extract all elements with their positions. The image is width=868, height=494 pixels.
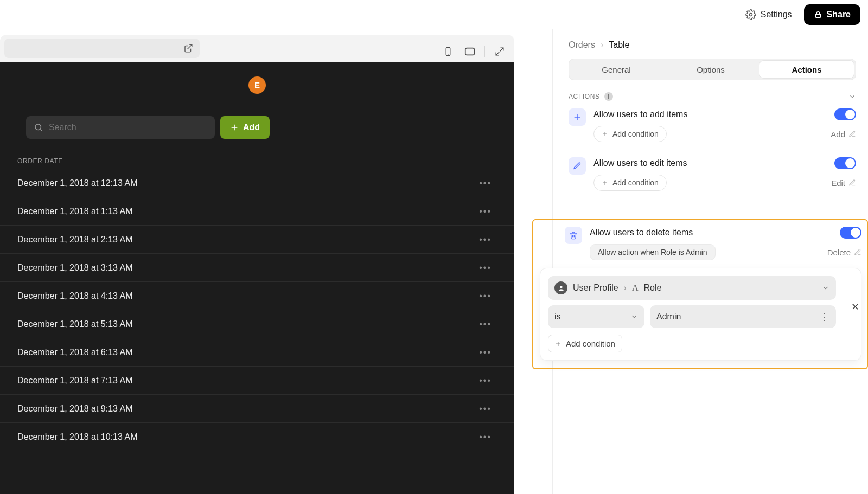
more-icon[interactable]: ••• xyxy=(474,178,497,188)
pencil-icon[interactable] xyxy=(848,179,856,187)
plus-icon xyxy=(230,123,239,132)
add-condition-button[interactable]: Add condition xyxy=(548,335,622,352)
pencil-icon[interactable] xyxy=(848,130,856,138)
tablet-icon[interactable] xyxy=(463,44,477,59)
order-date-cell: December 1, 2018 at 9:13 AM xyxy=(17,404,133,414)
svg-line-6 xyxy=(40,129,42,131)
pencil-icon[interactable] xyxy=(854,248,861,256)
action-delete-title: Allow users to delete items xyxy=(590,228,693,238)
section-label: ACTIONS xyxy=(569,93,600,100)
user-icon xyxy=(554,281,567,294)
close-icon[interactable]: ✕ xyxy=(848,300,862,314)
more-icon[interactable]: ••• xyxy=(474,376,497,386)
svg-point-5 xyxy=(35,124,41,130)
add-button[interactable]: Add xyxy=(220,116,270,139)
table-row[interactable]: December 1, 2018 at 2:13 AM••• xyxy=(0,226,514,254)
plus-icon xyxy=(569,108,586,126)
breadcrumb-root[interactable]: Orders xyxy=(569,40,595,50)
chevron-down-icon[interactable] xyxy=(848,93,856,100)
more-icon[interactable]: ••• xyxy=(474,348,497,357)
more-icon[interactable]: ••• xyxy=(474,404,497,414)
svg-rect-1 xyxy=(815,14,820,17)
tab-general[interactable]: General xyxy=(569,59,663,80)
chevron-right-icon: › xyxy=(601,40,603,50)
delete-action-highlight: Allow users to delete items Allow action… xyxy=(532,219,868,369)
table-row[interactable]: December 1, 2018 at 12:13 AM••• xyxy=(0,169,514,197)
separator xyxy=(484,46,485,57)
add-label: Add xyxy=(243,123,260,132)
order-date-cell: December 1, 2018 at 3:13 AM xyxy=(17,263,133,273)
table-row[interactable]: December 1, 2018 at 5:13 AM••• xyxy=(0,310,514,338)
gear-icon xyxy=(745,9,756,20)
pencil-icon xyxy=(569,157,586,175)
order-date-cell: December 1, 2018 at 4:13 AM xyxy=(17,291,133,301)
toggle-add[interactable] xyxy=(834,108,856,120)
condition-source: User Profile xyxy=(573,283,618,293)
action-tag-add[interactable]: Add xyxy=(831,130,845,139)
more-icon[interactable]: ••• xyxy=(474,207,497,216)
action-tag-delete[interactable]: Delete xyxy=(827,248,851,257)
settings-label: Settings xyxy=(761,10,792,20)
tab-actions[interactable]: Actions xyxy=(760,61,854,78)
search-input[interactable] xyxy=(49,123,207,132)
open-external-icon[interactable] xyxy=(183,43,193,53)
more-icon[interactable]: ••• xyxy=(474,432,497,442)
toggle-delete[interactable] xyxy=(840,227,861,239)
more-icon[interactable]: ••• xyxy=(474,291,497,301)
add-condition-button[interactable]: Add condition xyxy=(593,126,667,142)
url-pill[interactable] xyxy=(4,39,200,58)
condition-field: Role xyxy=(643,283,661,293)
lock-icon xyxy=(814,10,822,19)
type-label: A xyxy=(632,283,639,293)
info-icon[interactable]: i xyxy=(604,92,613,101)
order-date-cell: December 1, 2018 at 1:13 AM xyxy=(17,207,133,216)
search-box[interactable] xyxy=(26,116,215,139)
search-icon xyxy=(34,123,43,132)
more-icon[interactable]: ••• xyxy=(474,263,497,273)
table-row[interactable]: December 1, 2018 at 6:13 AM••• xyxy=(0,338,514,367)
svg-point-0 xyxy=(749,13,752,16)
order-date-cell: December 1, 2018 at 7:13 AM xyxy=(17,376,133,386)
trash-icon xyxy=(565,227,582,244)
condition-value-input[interactable]: Admin ⋮ xyxy=(650,305,836,328)
order-date-cell: December 1, 2018 at 12:13 AM xyxy=(17,178,137,188)
plus-icon xyxy=(602,131,608,137)
condition-field-selector[interactable]: User Profile › A Role xyxy=(548,276,836,300)
action-add-title: Allow users to add items xyxy=(593,110,687,119)
plus-icon xyxy=(555,341,561,347)
table-row[interactable]: December 1, 2018 at 7:13 AM••• xyxy=(0,367,514,395)
expand-icon[interactable] xyxy=(493,44,507,59)
avatar-initial: E xyxy=(254,80,260,89)
tab-options[interactable]: Options xyxy=(663,59,758,80)
share-button[interactable]: Share xyxy=(804,4,860,25)
toggle-edit[interactable] xyxy=(834,157,856,169)
mobile-icon[interactable] xyxy=(441,44,455,59)
tabs: General Options Actions xyxy=(569,59,856,80)
svg-point-15 xyxy=(560,286,562,288)
table-row[interactable]: December 1, 2018 at 9:13 AM••• xyxy=(0,395,514,423)
more-icon[interactable]: ••• xyxy=(474,235,497,245)
more-icon[interactable]: ••• xyxy=(474,319,497,329)
condition-operator-select[interactable]: is xyxy=(548,305,644,328)
avatar[interactable]: E xyxy=(248,76,266,94)
table-row[interactable]: December 1, 2018 at 1:13 AM••• xyxy=(0,197,514,226)
table-row[interactable]: December 1, 2018 at 3:13 AM••• xyxy=(0,254,514,282)
order-date-cell: December 1, 2018 at 5:13 AM xyxy=(17,319,133,329)
table-row[interactable]: December 1, 2018 at 10:13 AM••• xyxy=(0,423,514,451)
order-date-cell: December 1, 2018 at 2:13 AM xyxy=(17,235,133,245)
column-header: ORDER DATE xyxy=(0,142,514,169)
preview-url-bar xyxy=(0,35,514,62)
add-condition-button[interactable]: Add condition xyxy=(593,175,667,191)
breadcrumb: Orders › Table xyxy=(569,40,856,50)
chevron-down-icon xyxy=(822,284,829,292)
settings-button[interactable]: Settings xyxy=(745,9,792,20)
chevron-right-icon: › xyxy=(624,283,627,293)
table-row[interactable]: December 1, 2018 at 4:13 AM••• xyxy=(0,282,514,310)
more-icon[interactable]: ⋮ xyxy=(820,311,829,323)
order-date-cell: December 1, 2018 at 6:13 AM xyxy=(17,348,133,357)
breadcrumb-current: Table xyxy=(609,40,629,50)
action-edit-title: Allow users to edit items xyxy=(593,158,687,168)
condition-summary-chip[interactable]: Allow action when Role is Admin xyxy=(590,244,716,260)
plus-icon xyxy=(602,179,608,186)
action-tag-edit[interactable]: Edit xyxy=(831,178,845,188)
